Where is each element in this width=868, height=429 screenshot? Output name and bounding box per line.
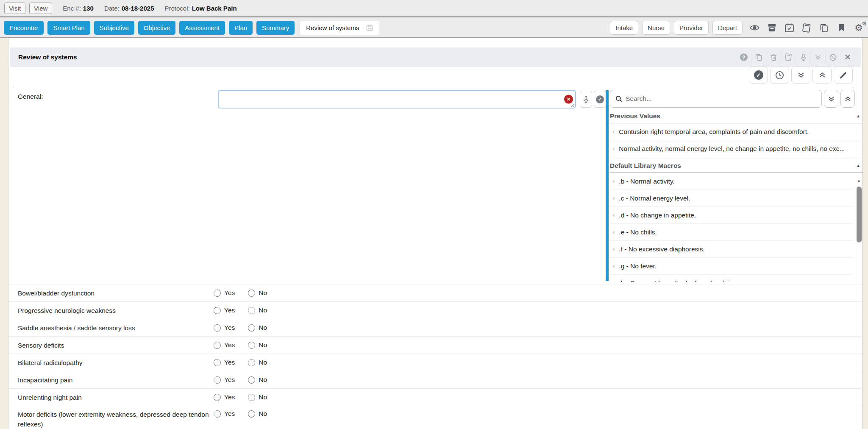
previous-value-item[interactable]: ‹ Normal activity, normal energy level, …: [610, 140, 863, 157]
yes-option[interactable]: Yes: [214, 306, 235, 314]
nav-button[interactable]: Plan: [229, 21, 253, 35]
collapse-icon[interactable]: ▲: [856, 163, 860, 168]
copy-icon[interactable]: [751, 51, 766, 63]
view-button[interactable]: View: [29, 3, 52, 14]
question-label: Incapacitating pain: [18, 372, 214, 388]
pencil-icon[interactable]: [834, 67, 853, 84]
no-option[interactable]: No: [248, 341, 267, 349]
yes-option[interactable]: Yes: [214, 376, 235, 384]
no-radio[interactable]: [248, 376, 255, 384]
no-radio[interactable]: [248, 342, 255, 349]
check-circle-icon[interactable]: ✓: [749, 67, 768, 84]
collapse-icon[interactable]: ▲: [856, 114, 860, 118]
microphone-button[interactable]: [580, 91, 592, 108]
ban-icon[interactable]: [825, 51, 840, 63]
yes-radio[interactable]: [214, 324, 221, 332]
panel-divider-bar: [606, 90, 609, 281]
no-radio[interactable]: [248, 324, 255, 332]
tab-review-of-systems[interactable]: Review of systems: [300, 21, 379, 35]
macro-list: ‹ .b - Normal activity. ‹ .c - Normal en…: [610, 173, 863, 282]
close-icon[interactable]: ✕: [840, 51, 855, 63]
yes-option[interactable]: Yes: [214, 410, 235, 418]
no-option[interactable]: No: [248, 410, 267, 418]
content-panel: Review of systems ?: [8, 38, 862, 429]
yes-radio[interactable]: [214, 394, 221, 401]
yes-option[interactable]: Yes: [214, 324, 235, 332]
copy-icon[interactable]: [818, 22, 829, 33]
scroll-up-icon[interactable]: ▲: [857, 178, 861, 183]
no-option[interactable]: No: [248, 393, 267, 401]
nav-button[interactable]: Assessment: [179, 21, 225, 35]
nav-button[interactable]: Encounter: [4, 21, 44, 35]
no-radio[interactable]: [248, 410, 255, 418]
yes-radio[interactable]: [214, 307, 221, 314]
visit-button[interactable]: Visit: [4, 3, 25, 14]
macro-item[interactable]: ‹ .e - No chills.: [610, 224, 853, 241]
question-list: Bowel/bladder dysfunction Yes No: [8, 284, 862, 429]
yes-option[interactable]: Yes: [214, 341, 235, 349]
macro-item[interactable]: ‹ .h - Does not have the feeling of mala…: [610, 275, 853, 282]
chevron-double-down-icon[interactable]: [791, 67, 810, 84]
archive-icon[interactable]: [766, 22, 777, 33]
yes-radio[interactable]: [214, 342, 221, 349]
role-button[interactable]: Intake: [610, 21, 638, 35]
help-icon[interactable]: ?: [736, 51, 751, 63]
bookmark-icon[interactable]: [836, 22, 847, 33]
yes-radio[interactable]: [214, 359, 221, 366]
scrollbar-thumb[interactable]: [857, 187, 862, 242]
role-button[interactable]: Nurse: [642, 21, 670, 35]
insert-left-icon: ‹: [612, 245, 615, 253]
nav-button[interactable]: Summary: [256, 21, 295, 35]
no-option[interactable]: No: [248, 289, 267, 297]
trash-icon[interactable]: [766, 51, 781, 63]
yes-option[interactable]: Yes: [214, 359, 235, 366]
insert-left-icon: ‹: [612, 177, 615, 185]
macro-item[interactable]: ‹ .g - No fever.: [610, 258, 853, 275]
resize-grip[interactable]: [571, 103, 575, 107]
macro-item[interactable]: ‹ .f - No excessive diaphoresis.: [610, 241, 853, 258]
no-radio[interactable]: [248, 307, 255, 314]
nav-button[interactable]: Smart Plan: [47, 21, 90, 35]
no-radio[interactable]: [248, 359, 255, 366]
eye-icon[interactable]: [749, 22, 760, 33]
book-icon[interactable]: [801, 22, 812, 33]
yes-radio[interactable]: [214, 290, 221, 297]
previous-value-item[interactable]: ‹ Contusion right temporal area, complai…: [610, 123, 863, 140]
microphone-icon[interactable]: [796, 51, 810, 63]
general-label: General:: [18, 93, 43, 100]
yes-radio[interactable]: [214, 410, 221, 418]
yes-option[interactable]: Yes: [214, 289, 235, 297]
macro-item[interactable]: ‹ .b - Normal activity.: [610, 173, 853, 190]
no-radio[interactable]: [248, 394, 255, 401]
role-button[interactable]: Provider: [674, 21, 709, 35]
scroll-down-icon[interactable]: ▼: [857, 281, 861, 282]
top-bar: Visit View Enc #:130 Date:08-18-2025 Pro…: [0, 0, 868, 17]
role-button-group: IntakeNurseProviderDepart: [610, 21, 743, 35]
clock-icon[interactable]: [770, 67, 789, 84]
no-option[interactable]: No: [248, 359, 267, 366]
chevron-double-up-icon[interactable]: [840, 90, 855, 108]
search-input[interactable]: [626, 95, 817, 103]
general-input[interactable]: [218, 90, 576, 109]
chevron-double-up-icon[interactable]: [812, 67, 832, 84]
role-button[interactable]: Depart: [712, 21, 743, 35]
gears-icon[interactable]: ⚙⚙: [853, 22, 864, 33]
nav-button[interactable]: Objective: [138, 21, 176, 35]
general-field-wrap: ✕: [218, 90, 576, 109]
yes-option[interactable]: Yes: [214, 393, 235, 401]
no-option[interactable]: No: [248, 306, 267, 314]
clear-field-button[interactable]: ✕: [564, 95, 573, 104]
no-radio[interactable]: [248, 290, 255, 297]
book-icon[interactable]: [781, 51, 796, 63]
chevron-double-down-icon[interactable]: [824, 90, 838, 108]
no-option[interactable]: No: [248, 324, 267, 332]
yes-radio[interactable]: [214, 376, 221, 384]
insert-left-icon: ‹: [612, 127, 615, 135]
macro-item[interactable]: ‹ .c - Normal energy level.: [610, 190, 853, 207]
nav-button[interactable]: Subjective: [94, 21, 134, 35]
macro-item[interactable]: ‹ .d - No change in appetite.: [610, 207, 853, 224]
calendar-check-icon[interactable]: [784, 22, 795, 33]
no-option[interactable]: No: [248, 376, 267, 384]
chevron-double-down-icon[interactable]: [810, 51, 825, 63]
confirm-button[interactable]: ✓: [594, 91, 606, 108]
